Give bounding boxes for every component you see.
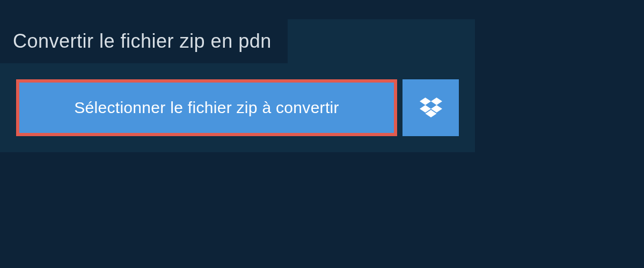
select-file-button[interactable]: Sélectionner le fichier zip à convertir xyxy=(16,79,397,136)
select-file-label: Sélectionner le fichier zip à convertir xyxy=(74,99,339,116)
page-title: Convertir le fichier zip en pdn xyxy=(13,30,272,53)
dropbox-icon xyxy=(420,98,442,118)
title-bar: Convertir le fichier zip en pdn xyxy=(0,19,288,63)
conversion-panel: Convertir le fichier zip en pdn Sélectio… xyxy=(0,19,475,152)
action-row: Sélectionner le fichier zip à convertir xyxy=(0,63,475,152)
dropbox-button[interactable] xyxy=(402,79,459,136)
